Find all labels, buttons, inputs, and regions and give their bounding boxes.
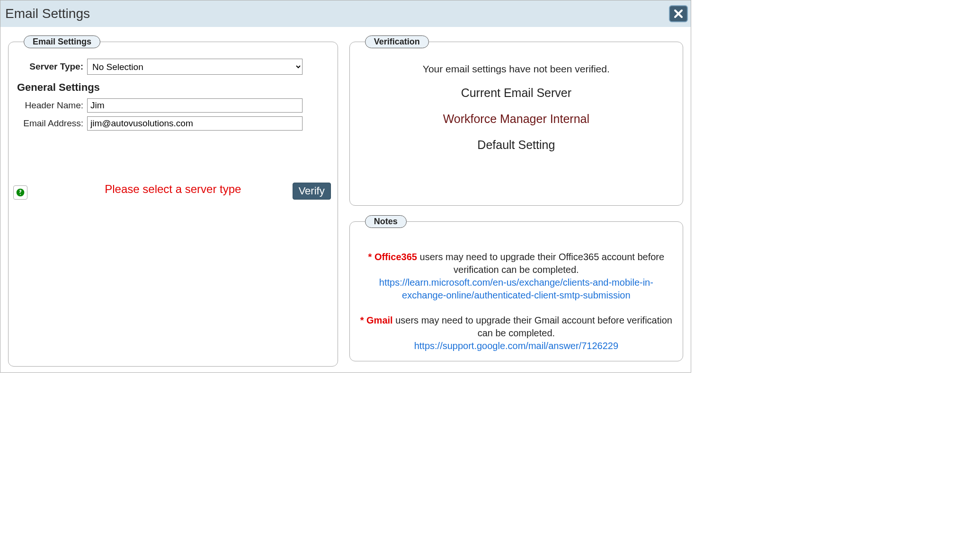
verification-panel: Verification Your email settings have no… [349, 35, 683, 206]
content-area: Email Settings Server Type: No Selection… [0, 27, 691, 372]
note-office365: * Office365 users may need to upgrade th… [358, 251, 674, 302]
close-icon [674, 9, 683, 18]
note-gmail-link[interactable]: https://support.google.com/mail/answer/7… [414, 340, 618, 352]
verification-content: Your email settings have not been verifi… [358, 63, 674, 152]
email-settings-legend: Email Settings [24, 35, 100, 48]
note-gmail: * Gmail users may need to upgrade their … [358, 314, 674, 352]
server-type-warning: Please select a server type [17, 183, 329, 196]
header-name-row: Header Name: [17, 98, 329, 113]
verify-button[interactable]: Verify [293, 183, 331, 200]
server-type-select[interactable]: No Selection [87, 59, 303, 75]
default-setting-label: Default Setting [358, 138, 674, 152]
notes-panel: Notes * Office365 users may need to upgr… [349, 215, 683, 361]
verification-message: Your email settings have not been verifi… [358, 63, 674, 75]
note-office365-star: * [368, 252, 374, 262]
notes-legend: Notes [365, 215, 407, 228]
header-name-input[interactable] [87, 98, 303, 113]
general-settings-heading: General Settings [17, 81, 329, 94]
note-office365-link[interactable]: https://learn.microsoft.com/en-us/exchan… [358, 276, 674, 302]
server-type-row: Server Type: No Selection [17, 59, 329, 75]
email-settings-panel: Email Settings Server Type: No Selection… [8, 35, 338, 367]
note-gmail-star: * [360, 315, 366, 325]
help-button[interactable] [13, 185, 27, 200]
window-title: Email Settings [5, 6, 90, 21]
note-gmail-provider: Gmail [366, 315, 393, 325]
help-icon [16, 188, 25, 197]
titlebar: Email Settings [0, 0, 691, 27]
email-address-input[interactable] [87, 116, 303, 131]
email-address-row: Email Address: [17, 116, 329, 131]
verification-legend: Verification [365, 35, 429, 48]
email-settings-window: Email Settings Email Settings Server Typ… [0, 0, 691, 373]
server-type-label: Server Type: [17, 61, 87, 72]
close-button[interactable] [669, 5, 688, 22]
note-gmail-text: users may need to upgrade their Gmail ac… [393, 315, 672, 338]
header-name-label: Header Name: [17, 100, 87, 111]
current-server-name: Workforce Manager Internal [358, 112, 674, 126]
note-office365-provider: Office365 [374, 252, 417, 262]
right-column: Verification Your email settings have no… [348, 35, 684, 367]
note-office365-text: users may need to upgrade their Office36… [417, 252, 664, 275]
email-address-label: Email Address: [17, 118, 87, 129]
current-server-label: Current Email Server [358, 86, 674, 100]
left-column: Email Settings Server Type: No Selection… [7, 35, 339, 367]
